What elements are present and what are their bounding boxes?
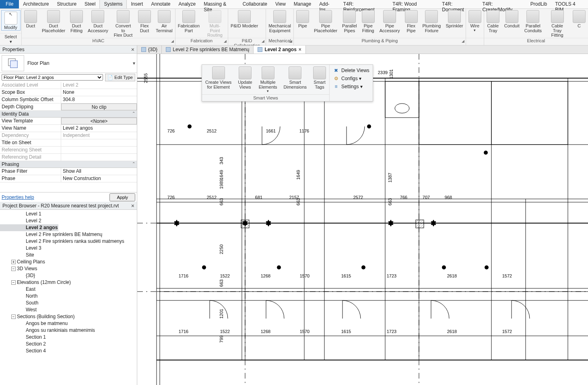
pipe-tool[interactable]: Pipe	[294, 9, 312, 29]
tree-node[interactable]: Level 3	[0, 245, 137, 252]
select-dropdown[interactable]: Select ▾	[0, 33, 21, 45]
wire-tool[interactable]: Wire▾	[466, 9, 484, 32]
property-row[interactable]: Scope BoxNone	[0, 89, 137, 96]
menu-insert[interactable]: Insert	[127, 0, 147, 8]
menu-massing-site[interactable]: Massing & Site	[200, 0, 238, 8]
fabrication-part-tool[interactable]: FabricationPart	[175, 9, 202, 33]
property-row[interactable]: View NameLevel 2 angos	[0, 125, 137, 132]
property-value[interactable]: <None>	[61, 118, 137, 124]
chevron-down-icon[interactable]: ▾	[133, 60, 135, 66]
property-row[interactable]: Depth ClippingNo clip	[0, 103, 137, 111]
property-row[interactable]: Title on Sheet	[0, 139, 137, 147]
menu-annotate[interactable]: Annotate	[147, 0, 174, 8]
duct-accessory-tool[interactable]: DuctAccessory	[85, 9, 111, 33]
tree-node[interactable]: South	[0, 300, 137, 306]
property-value[interactable]: Level 2 angos	[61, 125, 137, 132]
doc-tab-angos[interactable]: Level 2 angos×	[254, 46, 305, 54]
tree-node[interactable]: Section 4	[0, 348, 137, 354]
menu-t4r-document[interactable]: T4R: Document	[438, 0, 478, 8]
air-terminal-tool[interactable]: AirTerminal	[153, 9, 175, 33]
tree-node[interactable]: −Sections (Building Section)	[0, 313, 137, 320]
property-row[interactable]: Referencing Detail	[0, 154, 137, 161]
dialog-launcher-icon[interactable]: ◢	[262, 39, 264, 43]
property-row[interactable]: Associated LevelLevel 2	[0, 82, 137, 89]
tree-node[interactable]: Level 2	[0, 217, 137, 224]
tree-node[interactable]: Level 2 Fire sprinklers BE Matmenų	[0, 231, 137, 238]
menu-view[interactable]: View	[271, 0, 290, 8]
property-value[interactable]: 304.8	[61, 96, 137, 103]
property-row[interactable]: DependencyIndependent	[0, 132, 137, 139]
flex-duct-tool[interactable]: FlexDuct	[136, 9, 153, 33]
collapse-icon[interactable]: −	[11, 315, 16, 319]
edit-type-button[interactable]: 📄Edit Type	[105, 74, 135, 81]
menu-manage[interactable]: Manage	[290, 0, 315, 8]
tree-node[interactable]: {3D}	[0, 272, 137, 279]
tree-node[interactable]: Section 1	[0, 334, 137, 341]
dialog-launcher-icon[interactable]: ◢	[224, 39, 227, 43]
doc-tab-fire[interactable]: Level 2 Fire sprinklers BE Matmenų	[162, 46, 254, 54]
smart-views-panel[interactable]: Create Viewsfor ElementUpdateViewsMultip…	[202, 64, 373, 101]
parallel-pipes-tool[interactable]: ParallelPipes	[340, 9, 359, 33]
menu-steel[interactable]: Steel	[80, 0, 99, 8]
property-value[interactable]: No clip	[61, 103, 137, 110]
tree-node[interactable]: West	[0, 306, 137, 313]
menu-tools4bim[interactable]: TOOLS 4 BIM	[551, 0, 588, 8]
create-views-tool[interactable]: Create Viewsfor Element	[202, 65, 235, 94]
project-browser[interactable]: Level 1Level 2Level 2 angosLevel 2 Fire …	[0, 210, 137, 385]
dialog-launcher-icon[interactable]: ◢	[462, 39, 464, 43]
menu-file[interactable]: File	[0, 0, 19, 8]
properties-help-link[interactable]: Properties help	[2, 195, 34, 200]
menu-prodlib[interactable]: ProdLib	[526, 0, 551, 8]
property-value[interactable]: None	[61, 89, 137, 96]
doc-tab-3d[interactable]: {3D}	[137, 46, 162, 54]
drawing-viewport[interactable]: 9992339130173011301255572625121661117672…	[137, 54, 588, 385]
cable-tray-fitting-tool[interactable]: Cable TrayFitting	[544, 9, 570, 38]
property-row[interactable]: View Template<None>	[0, 118, 137, 125]
property-row[interactable]: PhaseNew Construction	[0, 175, 137, 182]
expand-icon[interactable]: +	[11, 260, 16, 264]
collapse-icon[interactable]: −	[11, 267, 16, 271]
close-icon[interactable]: ×	[299, 47, 301, 52]
property-value[interactable]: Show All	[61, 168, 137, 175]
tree-node[interactable]: North	[0, 293, 137, 300]
convert-flex-duct-tool[interactable]: Convert toFlex Duct	[111, 9, 136, 38]
pipe-fitting-tool[interactable]: PipeFitting	[359, 9, 377, 33]
property-value[interactable]	[61, 139, 137, 146]
tree-node[interactable]: −Elevations (12mm Circle)	[0, 279, 137, 286]
property-value[interactable]: New Construction	[61, 175, 137, 182]
tree-node[interactable]: Section 2	[0, 341, 137, 348]
configs-button[interactable]: ⚙Configs ▾	[333, 75, 369, 83]
apply-button[interactable]: Apply	[109, 193, 135, 201]
dialog-launcher-icon[interactable]: ◢	[171, 39, 174, 43]
parallel-conduits-tool[interactable]: ParallelConduits	[522, 9, 544, 33]
property-row[interactable]: Phase FilterShow All	[0, 168, 137, 175]
smart-dimensions-tool[interactable]: SmartDimensions	[281, 65, 310, 94]
tree-node[interactable]: Level 1	[0, 211, 137, 217]
menu-analyze[interactable]: Analyze	[175, 0, 200, 8]
delete-views-button[interactable]: ✖Delete Views	[333, 66, 369, 75]
menu-t4r-wood[interactable]: T4R: Wood Framing	[388, 0, 438, 8]
menu-architecture[interactable]: Architecture	[19, 0, 53, 8]
close-icon[interactable]: ×	[131, 46, 134, 53]
identity-data-header[interactable]: Identity Data⌃	[0, 111, 137, 118]
menu-systems[interactable]: Systems	[99, 0, 127, 8]
instance-selector[interactable]: Floor Plan: Level 2 angos	[2, 74, 103, 81]
conduit-fitting-tool[interactable]: C	[570, 9, 588, 29]
settings-button[interactable]: ≡Settings ▾	[333, 83, 369, 91]
smart-tags-tool[interactable]: SmartTags	[310, 65, 329, 94]
menu-t4r-reinforcement[interactable]: T4R: Reinforcement	[339, 0, 389, 8]
tree-node[interactable]: Angos su rankiniais matmenimis	[0, 327, 137, 334]
cable-tray-tool[interactable]: CableTray	[484, 9, 502, 33]
update-views-tool[interactable]: UpdateViews	[235, 65, 255, 94]
menu-addins[interactable]: Add-Ins	[315, 0, 339, 8]
pipe-placeholder-tool[interactable]: PipePlaceholder	[312, 9, 340, 33]
property-row[interactable]: Referencing Sheet	[0, 147, 137, 154]
tree-node[interactable]: Level 2 angos	[0, 224, 58, 231]
mechanical-equipment-tool[interactable]: MechanicalEquipment	[266, 9, 293, 33]
modify-tool[interactable]: ↖ Modify	[1, 10, 21, 31]
collapse-icon[interactable]: −	[11, 280, 16, 285]
plumbing-fixture-tool[interactable]: PlumbingFixture	[420, 9, 444, 33]
phasing-header[interactable]: Phasing⌃	[0, 161, 137, 168]
tree-node[interactable]: Level 2 Fire sprinklers ranka sudėti mat…	[0, 238, 137, 245]
menu-collaborate[interactable]: Collaborate	[239, 0, 271, 8]
